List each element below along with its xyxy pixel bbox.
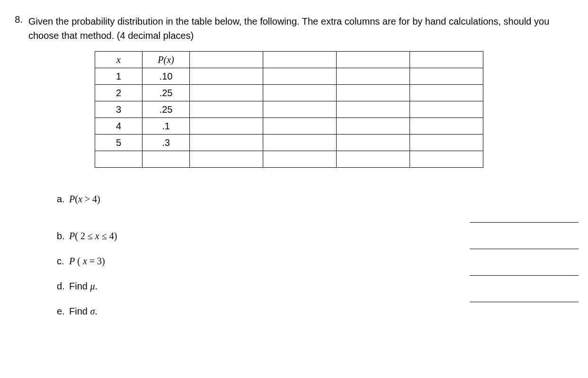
cell-px: .25 [143,85,190,101]
cell-px: .3 [143,135,190,151]
question-letter: d. [57,281,69,292]
table-row: 3 .25 [95,101,483,118]
cell-blank [263,135,337,151]
cell-blank [95,151,143,168]
table-row: 2 .25 [95,85,483,101]
probability-table: x P(x) 1 .10 2 .25 [95,51,483,168]
cell-blank [143,151,190,168]
problem-container: 8. Given the probability distribution in… [9,14,579,317]
cell-px: .25 [143,101,190,118]
cell-px: .10 [143,68,190,85]
cell-x: 3 [95,101,143,118]
table-row: 4 .1 [95,118,483,135]
table-row-empty [95,151,483,168]
cell-blank [410,118,483,135]
problem-number: 8. [9,14,28,25]
cell-blank [337,68,410,85]
table-row: 1 .10 [95,68,483,85]
problem-content: Given the probability distribution in th… [28,14,579,317]
questions-list: a. P(x > 4) b. P( 2 ≤ x ≤ 4) c. P ( x = … [57,194,579,317]
cell-blank [263,118,337,135]
cell-blank [410,151,483,168]
cell-blank [337,101,410,118]
table-header-row: x P(x) [95,52,483,68]
cell-blank [190,151,263,168]
header-px: P(x) [143,52,190,68]
header-blank-2 [263,52,337,68]
cell-blank [190,101,263,118]
problem-text: Given the probability distribution in th… [28,14,579,43]
cell-x: 1 [95,68,143,85]
cell-blank [263,85,337,101]
cell-blank [410,85,483,101]
question-letter: b. [57,231,69,242]
question-e: e. Find σ. [57,306,579,317]
answer-blanks [470,222,583,302]
question-letter: c. [57,256,69,267]
cell-blank [190,68,263,85]
cell-x: 5 [95,135,143,151]
answer-blank-c [470,275,579,276]
cell-blank [190,85,263,101]
cell-blank [263,101,337,118]
answer-blank-b [470,249,579,249]
cell-blank [337,135,410,151]
header-blank-3 [337,52,410,68]
question-text: P( 2 ≤ x ≤ 4) [69,231,117,242]
question-text: P(x > 4) [69,194,100,205]
header-x: x [95,52,143,68]
answer-blank-d [470,302,579,302]
question-letter: e. [57,306,69,317]
question-text: Find μ. [69,281,98,292]
cell-x: 2 [95,85,143,101]
question-letter: a. [57,194,69,205]
cell-blank [337,118,410,135]
cell-blank [410,135,483,151]
cell-blank [337,151,410,168]
table-row: 5 .3 [95,135,483,151]
header-blank-4 [410,52,483,68]
question-text: P ( x = 3) [69,256,105,267]
cell-blank [263,151,337,168]
answer-blank-a [470,222,579,223]
header-blank-1 [190,52,263,68]
cell-blank [410,101,483,118]
cell-px: .1 [143,118,190,135]
question-a: a. P(x > 4) [57,194,579,205]
cell-blank [263,68,337,85]
cell-blank [410,68,483,85]
cell-blank [190,135,263,151]
cell-x: 4 [95,118,143,135]
cell-blank [190,118,263,135]
probability-table-wrapper: x P(x) 1 .10 2 .25 [95,51,579,168]
question-text: Find σ. [69,306,98,317]
cell-blank [337,85,410,101]
